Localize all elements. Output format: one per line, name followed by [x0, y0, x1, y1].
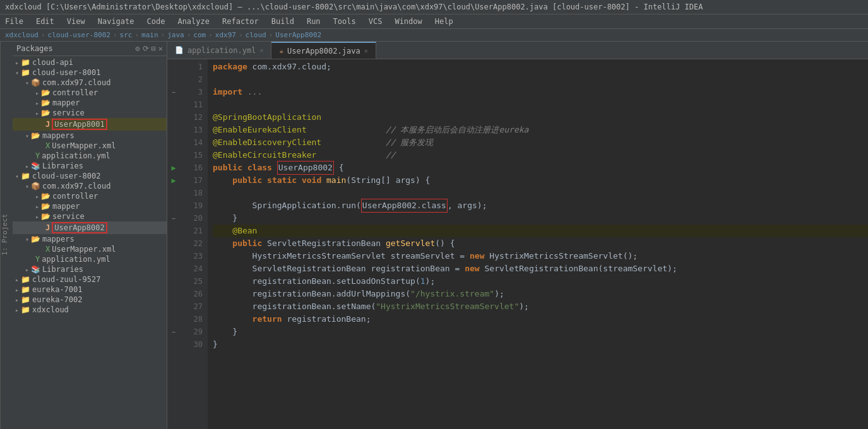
tree-item-controller-1[interactable]: ▸ 📂 controller	[13, 88, 167, 98]
tree-item-cloud-user-8001[interactable]: ▾ 📁 cloud-user-8001	[13, 68, 167, 78]
plain-token: (String[] args) {	[346, 174, 430, 187]
run-icon-16[interactable]: ▶	[171, 163, 175, 172]
tree-item-application-yml-2[interactable]: Y application.yml	[13, 254, 167, 264]
tree-item-usermapper-xml-2[interactable]: X UserMapper.xml	[13, 244, 167, 254]
tree-item-mappers-1[interactable]: ▾ 📂 mappers	[13, 131, 167, 141]
line-number-2: 2	[180, 73, 203, 86]
tree-item-eureka-7002[interactable]: ▸ 📁 eureka-7002	[13, 295, 167, 305]
tab-close-button[interactable]: ✕	[364, 47, 368, 54]
menu-item-help[interactable]: Help	[432, 16, 456, 27]
tree-item-mappers-2[interactable]: ▾ 📂 mappers	[13, 234, 167, 244]
tree-item-service-1[interactable]: ▸ 📂 service	[13, 108, 167, 118]
folder-icon: 📂	[31, 235, 40, 244]
close-icon[interactable]: ✕	[158, 44, 163, 53]
tree-label: Libraries	[42, 162, 83, 170]
code-line-22: public ServletRegistrationBean getServle…	[213, 237, 868, 250]
breadcrumb-part-main[interactable]: main	[141, 31, 158, 39]
menu-item-build[interactable]: Build	[269, 16, 297, 27]
tree-item-userapp8001[interactable]: J UserApp8001	[13, 118, 167, 131]
breadcrumb-part-cloud[interactable]: cloud	[246, 31, 266, 39]
menu-item-vcs[interactable]: VCS	[366, 16, 385, 27]
tree-item-com-xdx97-cloud-1[interactable]: ▾ 📦 com.xdx97.cloud	[13, 78, 167, 88]
gutter-line-16: ▶	[167, 162, 180, 174]
menu-item-edit[interactable]: Edit	[33, 16, 57, 27]
code-line-25: registrationBean.setLoadOnStartup(1);	[213, 275, 868, 288]
keyword-token: new	[465, 262, 479, 275]
fold-icon-29[interactable]: −	[172, 329, 175, 336]
code-line-24: ServletRegistrationBean registrationBean…	[213, 262, 868, 275]
tab-UserApp8002-java[interactable]: ☕ UserApp8002.java ✕	[271, 42, 376, 59]
tree-label: controller	[52, 88, 98, 97]
menu-item-window[interactable]: Window	[392, 16, 424, 27]
plain-token: );	[425, 275, 436, 288]
breadcrumb-part-xdx97[interactable]: xdx97	[215, 31, 236, 39]
tree-item-service-2[interactable]: ▸ 📂 service	[13, 211, 167, 221]
tree-item-mapper-2[interactable]: ▸ 📂 mapper	[13, 201, 167, 211]
breadcrumb-part-userapp8002[interactable]: UserApp8002	[275, 31, 321, 39]
tab-close-button[interactable]: ✕	[259, 47, 263, 54]
plain-token: HystrixMetricsStreamServlet();	[484, 250, 638, 262]
breadcrumb-separator: ›	[208, 31, 213, 39]
panel-header: Packages ⚙ ⟳ ⊟ ✕	[13, 42, 167, 56]
collapse-icon[interactable]: ⊟	[152, 44, 156, 53]
tree-item-controller-2[interactable]: ▸ 📂 controller	[13, 191, 167, 201]
menu-item-navigate[interactable]: Navigate	[95, 16, 137, 27]
fold-icon-20[interactable]: −	[172, 215, 175, 222]
breadcrumb-part-xdxcloud[interactable]: xdxcloud	[5, 31, 39, 39]
settings-icon[interactable]: ⚙	[135, 44, 140, 53]
menu-item-file[interactable]: File	[3, 16, 26, 27]
expand-arrow: ▸	[35, 203, 39, 210]
line-number-16: 16	[180, 162, 203, 174]
comment-token: // 本服务启动后会自动注册进eureka	[307, 124, 529, 136]
tree-item-com-xdx97-cloud-2[interactable]: ▾ 📦 com.xdx97.cloud	[13, 181, 167, 191]
tree-label: Libraries	[42, 265, 83, 274]
run-icon-17[interactable]: ▶	[171, 176, 175, 185]
breadcrumb-part-com[interactable]: com	[193, 31, 206, 39]
line-number-24: 24	[180, 262, 203, 275]
tree-item-eureka-7001[interactable]: ▸ 📁 eureka-7001	[13, 285, 167, 295]
project-side-tab[interactable]: 1: Project	[0, 42, 13, 429]
tree-item-userapp8002[interactable]: J UserApp8002	[13, 221, 167, 234]
code-line-27: registrationBean.setName("HystrixMetrics…	[213, 300, 868, 313]
java-icon: J	[45, 120, 50, 129]
breadcrumb-part-src[interactable]: src	[120, 31, 133, 39]
fold-icon-3[interactable]: −	[172, 89, 175, 96]
tree-item-libraries-2[interactable]: ▸ 📚 Libraries	[13, 264, 167, 274]
keyword-token: public	[232, 174, 262, 187]
line-number-21: 21	[180, 225, 203, 237]
tree-item-cloud-zuul-9527[interactable]: ▸ 📁 cloud-zuul-9527	[13, 274, 167, 285]
tree-item-application-yml-1[interactable]: Y application.yml	[13, 151, 167, 161]
tree-item-xdxcloud[interactable]: ▸ 📁 xdxcloud	[13, 305, 167, 315]
tree-item-libraries-1[interactable]: ▸ 📚 Libraries	[13, 161, 167, 171]
menu-item-tools[interactable]: Tools	[331, 16, 359, 27]
sync-icon[interactable]: ⟳	[143, 44, 149, 53]
menu-item-analyze[interactable]: Analyze	[175, 16, 212, 27]
breadcrumb-separator: ›	[161, 31, 165, 39]
menu-item-view[interactable]: View	[64, 16, 88, 27]
plain-token	[213, 174, 232, 187]
menu-item-code[interactable]: Code	[145, 16, 168, 27]
tree-label: cloud-api	[32, 58, 73, 67]
line-number-30: 30	[180, 338, 203, 351]
tree-item-cloud-user-8002[interactable]: ▾ 📁 cloud-user-8002	[13, 171, 167, 181]
folder-icon: 📂	[41, 212, 51, 221]
menu-item-refactor[interactable]: Refactor	[220, 16, 261, 27]
expand-arrow: ▸	[35, 90, 39, 97]
code-content[interactable]: package com.xdx97.cloud; import ... @Spr…	[208, 59, 868, 429]
line-number-23: 23	[180, 250, 203, 262]
breadcrumb-separator: ›	[134, 31, 139, 39]
code-editor[interactable]: −▶▶−− 1231112131415161718192021222324252…	[167, 59, 868, 429]
tree-item-mapper-1[interactable]: ▸ 📂 mapper	[13, 98, 167, 108]
line-number-25: 25	[180, 275, 203, 288]
gutter-line-26	[167, 288, 180, 300]
menu-item-run[interactable]: Run	[304, 16, 323, 27]
tree-item-cloud-api[interactable]: ▸ 📁 cloud-api	[13, 57, 167, 68]
tab-application-yml[interactable]: 📄 application.yml ✕	[167, 42, 271, 59]
plain-token	[297, 174, 302, 187]
breadcrumb-part-java[interactable]: java	[167, 31, 184, 39]
breadcrumb-part-cloud-user-8002[interactable]: cloud-user-8002	[48, 31, 110, 39]
gutter-line-1	[167, 61, 180, 73]
tree-item-usermapper-xml-1[interactable]: X UserMapper.xml	[13, 141, 167, 151]
code-line-23: HystrixMetricsStreamServlet streamServle…	[213, 250, 868, 262]
plain-token: registrationBean.setLoadOnStartup(	[213, 275, 420, 288]
